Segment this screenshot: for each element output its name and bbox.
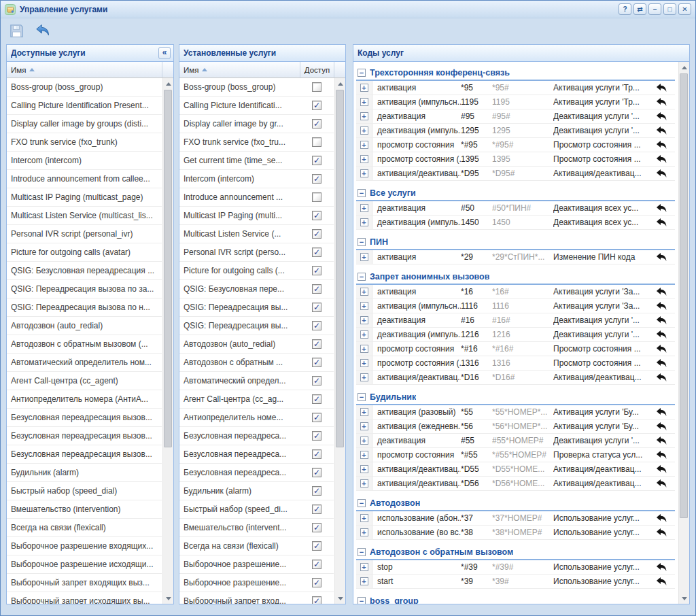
code-row[interactable]: +активация/деактивац...*D56*D56*НОМЕ...А… (356, 477, 675, 491)
expand-row-icon[interactable]: + (360, 479, 368, 487)
expand-row-icon[interactable]: + (360, 253, 368, 261)
codes-section-header[interactable]: −ПИН (356, 235, 675, 250)
service-row[interactable]: Picture for outgoing calls (avatar) (7, 243, 162, 262)
expand-row-icon[interactable]: + (360, 204, 368, 212)
service-row[interactable]: QSIG: Безусловная пере...✓ (179, 280, 334, 298)
access-checkbox[interactable] (312, 137, 321, 147)
access-checkbox[interactable]: ✓ (312, 486, 321, 496)
collapse-section-icon[interactable]: − (358, 597, 366, 604)
service-row[interactable]: Calling Picture Identification Present..… (7, 97, 162, 115)
service-row[interactable]: Безусловная переадресация вызов... (7, 409, 162, 427)
codes-section-header[interactable]: −boss_group (356, 594, 675, 604)
revert-button[interactable] (648, 373, 675, 382)
revert-button[interactable] (648, 407, 675, 417)
collapse-section-icon[interactable]: − (358, 499, 366, 507)
expand-row-icon[interactable]: + (360, 155, 368, 163)
revert-button[interactable] (648, 97, 675, 107)
code-row[interactable]: +активация (разовый)*55*55*НОМЕР*...Акти… (356, 405, 675, 420)
revert-button[interactable] (648, 479, 675, 488)
code-row[interactable]: +деактивация#95#95#Деактивация услуги '.… (356, 109, 675, 124)
code-row[interactable]: +просмотр состояния (...13951395Просмотр… (356, 152, 675, 167)
scroll-up-button[interactable] (679, 62, 689, 73)
service-row[interactable]: Всегда на связи (flexicall) (7, 519, 162, 537)
service-row[interactable]: FXO trunk service (fxo_tru... (179, 133, 334, 152)
revert-button[interactable] (648, 562, 675, 572)
access-checkbox[interactable]: ✓ (312, 596, 321, 604)
installed-scrollbar[interactable] (334, 78, 345, 604)
scroll-up-button[interactable] (335, 78, 345, 89)
service-row[interactable]: Агент Call-центра (cc_agent) (7, 372, 162, 390)
code-row[interactable]: +start*39*39#Использование услуг... (356, 575, 675, 589)
service-row[interactable]: Multicast Listen Service (...✓ (179, 225, 334, 243)
expand-row-icon[interactable]: + (360, 373, 368, 381)
expand-row-icon[interactable]: + (360, 98, 368, 106)
service-row[interactable]: Выборочный запрет входящих выз... (7, 574, 162, 592)
service-row[interactable]: Introduce announcement ... (179, 188, 334, 207)
scroll-thumb[interactable] (336, 90, 344, 447)
column-header-name[interactable]: Имя (7, 62, 162, 78)
revert-button[interactable] (648, 83, 675, 92)
collapse-panel-button[interactable]: « (158, 47, 171, 59)
service-row[interactable]: Picture for outgoing calls (...✓ (179, 262, 334, 280)
code-row[interactable]: +просмотр состояния*#55*#55*НОМЕР#Провер… (356, 448, 675, 462)
revert-button[interactable] (648, 528, 675, 537)
service-row[interactable]: Multicast IP Paging (multi...✓ (179, 207, 334, 225)
expand-row-icon[interactable]: + (360, 112, 368, 120)
codes-section-header[interactable]: −Автодозвон (356, 496, 675, 511)
service-row[interactable]: Multicast Listen Service (multicast_lis.… (7, 207, 162, 225)
codes-scrollbar[interactable] (678, 62, 689, 604)
code-row[interactable]: +деактивация (импуль...14501450Деактивац… (356, 216, 675, 230)
service-row[interactable]: Автодозвон (auto_redial) (7, 317, 162, 335)
service-row[interactable]: Автоматический определ...✓ (179, 372, 334, 390)
access-checkbox[interactable]: ✓ (312, 523, 321, 532)
service-row[interactable]: Personal IVR script (perso...✓ (179, 243, 334, 262)
service-row[interactable]: Boss-group (boss_group) (7, 78, 162, 97)
service-row[interactable]: Выборочное разрешение исходящи... (7, 555, 162, 574)
revert-button[interactable] (648, 315, 675, 325)
service-row[interactable]: QSIG: Переадресация вызова по н... (7, 298, 162, 317)
help-button[interactable]: ? (619, 3, 631, 15)
code-row[interactable]: +stop*#39*#39#Использование услуг... (356, 560, 675, 575)
revert-button[interactable] (648, 126, 675, 135)
service-row[interactable]: Автодозвон с обратным ...✓ (179, 354, 334, 372)
expand-row-icon[interactable]: + (360, 141, 368, 149)
revert-button[interactable] (648, 287, 675, 296)
revert-button[interactable] (648, 218, 675, 227)
access-checkbox[interactable]: ✓ (312, 247, 321, 257)
scroll-thumb[interactable] (164, 90, 172, 447)
expand-row-icon[interactable]: + (360, 288, 368, 296)
access-checkbox[interactable]: ✓ (312, 101, 321, 110)
access-checkbox[interactable]: ✓ (312, 431, 321, 441)
access-checkbox[interactable]: ✓ (312, 266, 321, 275)
access-checkbox[interactable]: ✓ (312, 468, 321, 477)
revert-button[interactable] (648, 422, 675, 431)
service-row[interactable]: Intercom (intercom) (7, 152, 162, 170)
service-row[interactable]: QSIG: Переадресация вызова по за... (7, 280, 162, 298)
service-row[interactable]: Безусловная переадресация вызов... (7, 445, 162, 464)
expand-row-icon[interactable]: + (360, 316, 368, 324)
codes-section-header[interactable]: −Запрет анонимных вызовов (356, 270, 675, 285)
revert-button[interactable] (648, 344, 675, 354)
service-row[interactable]: QSIG: Переадресация вы...✓ (179, 317, 334, 335)
available-scrollbar[interactable] (162, 78, 173, 604)
service-row[interactable]: Будильник (alarm)✓ (179, 482, 334, 500)
service-row[interactable]: Вмешательство (intervent...✓ (179, 519, 334, 537)
access-checkbox[interactable]: ✓ (312, 560, 321, 569)
service-row[interactable]: Display caller image by groups (disti... (7, 115, 162, 133)
service-row[interactable]: Будильник (alarm) (7, 464, 162, 482)
service-row[interactable]: Агент Call-центра (cc_ag...✓ (179, 390, 334, 409)
minimize-button[interactable]: – (648, 3, 661, 15)
code-row[interactable]: +использование (абон...*37*37*НОМЕР#Испо… (356, 511, 675, 526)
service-row[interactable]: Display caller image by gr...✓ (179, 115, 334, 133)
scroll-down-button[interactable] (335, 593, 345, 604)
access-checkbox[interactable]: ✓ (312, 321, 321, 330)
access-checkbox[interactable]: ✓ (312, 284, 321, 294)
service-row[interactable]: Быстрый набор (speed_di...✓ (179, 500, 334, 519)
expand-row-icon[interactable]: + (360, 359, 368, 367)
service-row[interactable]: Выборочное разрешение...✓ (179, 574, 334, 592)
code-row[interactable]: +использование (во вс...*38*38*НОМЕР#Исп… (356, 526, 675, 540)
service-row[interactable]: Выборочное разрешение входящих... (7, 537, 162, 555)
save-button[interactable] (7, 22, 25, 39)
service-row[interactable]: Introduce announcement from callee... (7, 170, 162, 188)
service-row[interactable]: Антиопределитель номе...✓ (179, 409, 334, 427)
